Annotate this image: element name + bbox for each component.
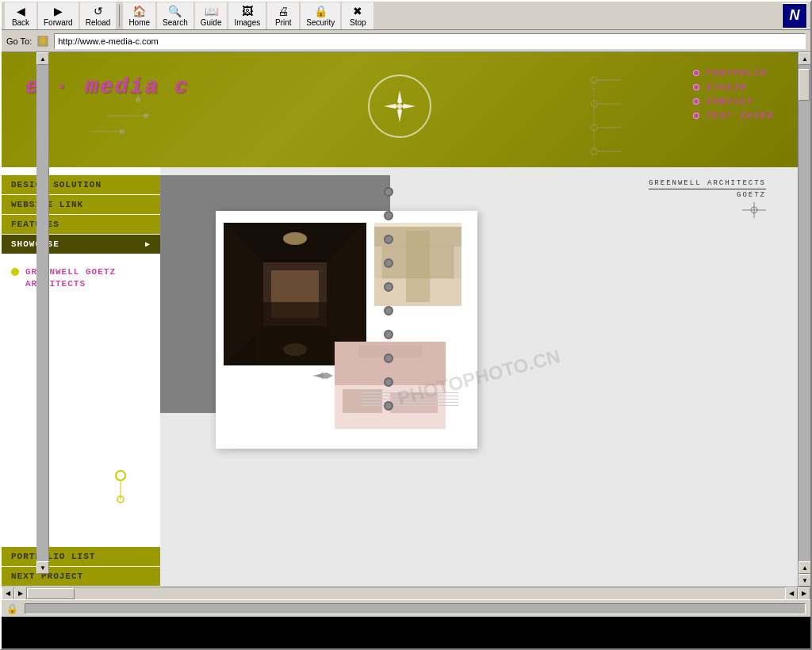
url-input[interactable] [54,33,806,49]
spiral-dot [384,211,393,220]
svg-point-32 [283,232,307,245]
arch-label: GREENWELL ARCHITECTS GOETZ [649,179,766,221]
left-scroll-down[interactable]: ▼ [36,561,49,574]
svg-rect-39 [406,231,430,302]
sidebar-circuit [2,468,160,515]
client-dot [11,268,19,276]
spiral-dot [384,330,393,339]
address-bar: Go To: [2,30,810,52]
main-frame: e · media c [2,52,810,587]
sidebar-item-portfolio-list[interactable]: PORTFOLIO LIST [2,547,160,566]
lock-icon: 🔒 [6,603,18,614]
back-icon: ◀ [17,5,25,17]
svg-point-18 [116,471,125,480]
guide-icon: 📖 [205,5,218,17]
browser-window: ◀ Back ▶ Forward ↺ Reload 🏠 Home 🔍 Searc… [0,0,812,650]
nav-label-contact: CONTACT [706,97,753,106]
spiral-dot [384,377,393,387]
h-scroll-right-start-btn[interactable]: ▶ [14,587,27,600]
spiral-dot [384,306,393,315]
security-icon: 🔒 [314,5,327,17]
book-front-page [216,211,477,449]
right-scrollbar: ▲ ▲ ▼ [798,52,810,587]
airplane-icon [311,370,335,385]
site-sidebar: DESIGN SOLUTION WEBSITE LINK FEATURES SH… [2,167,160,587]
photo-collage [224,223,462,429]
forward-button[interactable]: ▶ Forward [38,2,79,29]
sidebar-bottom: PORTFOLIO LIST NEXT PROJECT [2,547,160,587]
nav-menu: PORTFOLIO STUDIO CONTACT [693,68,774,120]
h-scroll-left-end-btn[interactable]: ◀ [785,587,798,600]
nav-dot [693,113,699,119]
nav-item-test[interactable]: TEST ZONES [693,111,774,120]
reload-button[interactable]: ↺ Reload [80,2,117,29]
spiral-dot [384,354,393,363]
home-button[interactable]: 🏠 Home [123,2,155,29]
bookmark-icon [36,35,49,48]
site-content: e · media c [2,52,798,587]
nav-label-portfolio: PORTFOLIO [706,68,767,78]
black-strip [2,617,810,648]
search-icon: 🔍 [168,5,182,17]
sidebar-item-website-link[interactable]: WEBSITE LINK [2,195,160,214]
sidebar-item-next-project[interactable]: NEXT PROJECT [2,567,160,586]
status-progress-bar [25,603,806,614]
crosshair-small [742,202,766,218]
horizontal-scrollbar: ◀ ▶ ◀ ▶ [2,587,810,599]
sidebar-item-features[interactable]: FEATURES [2,215,160,234]
nav-item-portfolio[interactable]: PORTFOLIO [693,68,774,78]
h-scroll-right-btn[interactable]: ▶ [798,587,810,600]
spiral-dot [384,258,393,268]
nav-label-test: TEST ZONES [706,111,774,120]
home-icon: 🏠 [132,5,146,17]
nav-item-contact[interactable]: CONTACT [693,97,774,106]
h-scroll-thumb[interactable] [27,588,75,599]
back-button[interactable]: ◀ Back [5,2,36,29]
netscape-logo: N [782,3,807,29]
guide-button[interactable]: 📖 Guide [195,2,228,29]
svg-rect-34 [255,302,335,365]
spiral-binding [384,175,393,411]
browser-toolbar: ◀ Back ▶ Forward ↺ Reload 🏠 Home 🔍 Searc… [2,2,810,30]
plane-svg [311,370,335,382]
site-header: e · media c [2,52,798,167]
search-button[interactable]: 🔍 Search [157,2,193,29]
scroll-thumb[interactable] [799,69,810,101]
nav-dot [693,70,699,76]
scroll-up-button[interactable]: ▲ [799,52,810,65]
left-scroll-up[interactable]: ▲ [36,52,49,65]
reload-icon: ↺ [94,5,103,17]
site-main: DESIGN SOLUTION WEBSITE LINK FEATURES SH… [2,167,798,587]
spiral-dot [384,187,393,197]
status-bar: 🔒 [2,599,810,617]
left-scrollbar: ▲ ▼ [36,52,49,574]
nav-dot [693,98,699,105]
security-button[interactable]: 🔒 Security [301,2,340,29]
scroll-down-button[interactable]: ▼ [799,574,810,587]
photo-text [358,389,462,429]
site-logo: e · media c [25,75,190,99]
left-scroll-track [36,65,48,561]
scroll-down-button-mid[interactable]: ▲ [799,561,810,574]
goto-label: Go To: [6,36,32,46]
stop-button[interactable]: ✖ Stop [342,2,373,29]
header-star [368,75,431,138]
spiral-dot [384,282,393,292]
stop-icon: ✖ [353,5,362,17]
forward-icon: ▶ [54,5,63,17]
sidebar-item-design-solution[interactable]: DESIGN SOLUTION [2,175,160,194]
star-svg [380,86,419,126]
print-button[interactable]: 🖨 Print [267,2,299,29]
svg-point-17 [397,104,402,109]
nav-dot [693,84,699,90]
nav-label-studio: STUDIO [706,82,747,92]
nav-item-studio[interactable]: STUDIO [693,82,774,92]
scroll-track [799,65,810,561]
images-icon: 🖼 [242,5,253,17]
sidebar-item-showcase[interactable]: SHOWCASE [2,235,160,254]
spiral-dot [384,401,393,411]
spiral-dot [384,235,393,244]
h-scroll-left-btn[interactable]: ◀ [2,587,14,600]
images-button[interactable]: 🖼 Images [228,2,266,29]
portfolio-content: GREENWELL ARCHITECTS GOETZ [160,167,798,587]
